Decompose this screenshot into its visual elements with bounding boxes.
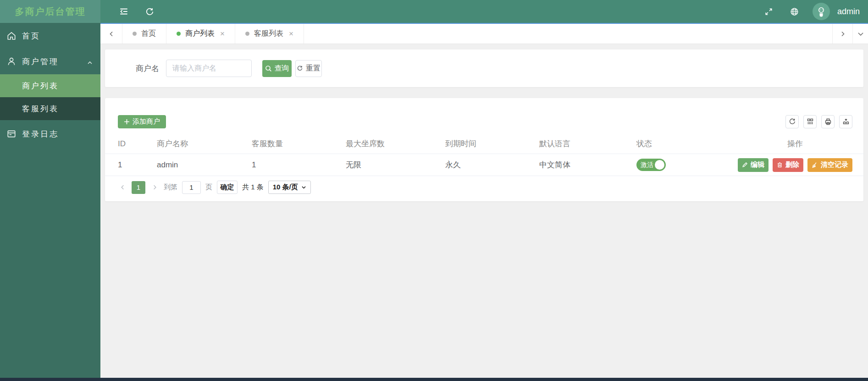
content: 商户名 查询 重置: [100, 44, 868, 381]
username[interactable]: admin: [837, 7, 860, 17]
cell-language: 中文简体: [539, 160, 636, 170]
tab-dot: [245, 32, 249, 36]
print-button[interactable]: [821, 115, 835, 128]
delete-button[interactable]: 删除: [773, 158, 803, 172]
search-panel: 商户名 查询 重置: [105, 50, 863, 87]
cell-expire-time: 永久: [445, 160, 539, 170]
sidebar-item-label: 客服列表: [22, 104, 59, 114]
horizontal-scrollbar[interactable]: [0, 378, 868, 381]
tab-label: 客服列表: [254, 29, 283, 39]
sidebar-item-login-log[interactable]: 登录日志: [0, 120, 100, 148]
cell-max-seats: 无限: [346, 160, 445, 170]
reset-button[interactable]: 重置: [295, 60, 322, 77]
reset-refresh-icon: [297, 65, 303, 72]
tab-agent-list[interactable]: 客服列表 ×: [235, 24, 304, 44]
export-icon: [842, 118, 850, 125]
sidebar-item-merchant-management[interactable]: 商户管理: [0, 49, 100, 74]
refresh-icon: [789, 118, 796, 125]
refresh-page-button[interactable]: [142, 4, 157, 19]
language-button[interactable]: [787, 4, 802, 19]
table-row: 1 admin 1 无限 永久 中文简体 激活: [105, 154, 863, 176]
next-page-button[interactable]: [150, 181, 159, 194]
tab-label: 商户列表: [185, 29, 215, 39]
sidebar-item-label: 商户列表: [22, 81, 59, 91]
topbar: admin: [100, 0, 868, 24]
chevron-up-icon: [87, 60, 93, 66]
edit-button[interactable]: 编辑: [738, 158, 768, 172]
chevron-down-icon: [301, 185, 306, 190]
cell-merchant-name: admin: [157, 160, 252, 170]
total-count-label: 共 1 条: [242, 183, 264, 192]
goto-page-input[interactable]: [182, 181, 201, 194]
close-tab-icon[interactable]: ×: [220, 29, 225, 39]
fullscreen-button[interactable]: [761, 4, 777, 19]
app-root: 多商户后台管理 首页 商户管理: [0, 0, 868, 381]
column-settings-button[interactable]: [803, 115, 817, 128]
table-toolbar: 添加商户: [105, 115, 863, 128]
col-header-max-seats: 最大坐席数: [346, 138, 445, 149]
page-number-button[interactable]: 1: [132, 181, 145, 194]
trash-icon: [777, 162, 783, 168]
tab-dot: [177, 32, 181, 36]
sidebar-nav: 首页 商户管理 商户列表: [0, 23, 100, 148]
collapse-sidebar-icon: [119, 6, 129, 17]
goto-confirm-button[interactable]: 确定: [217, 181, 238, 194]
sidebar-item-label: 登录日志: [22, 129, 59, 139]
sidebar-item-agent-list[interactable]: 客服列表: [0, 97, 100, 120]
main-area: admin 首页 商户列表 × 客服列表 ×: [100, 0, 868, 381]
app-title: 多商户后台管理: [0, 0, 100, 23]
add-merchant-button[interactable]: 添加商户: [118, 115, 166, 128]
cell-agent-count: 1: [252, 160, 346, 170]
tabbar: 首页 商户列表 × 客服列表 ×: [100, 24, 868, 44]
tabs-scroll-right-button[interactable]: [832, 24, 852, 44]
table-header-row: ID 商户名称 客服数量 最大坐席数 到期时间 默认语言 状态 操作: [105, 134, 863, 154]
user-icon: [6, 56, 17, 66]
pagination: 1 到第 页 确定 共 1 条 10 条/页: [105, 181, 863, 194]
cell-actions: 编辑 删除: [738, 158, 863, 172]
columns-icon: [807, 118, 814, 125]
col-header-expire: 到期时间: [445, 138, 539, 149]
tab-label: 首页: [141, 29, 156, 39]
tabs-menu-button[interactable]: [852, 24, 868, 44]
cell-status: 激活: [636, 159, 738, 171]
col-header-actions: 操作: [738, 138, 863, 149]
search-icon: [265, 65, 272, 72]
col-header-name: 商户名称: [157, 138, 252, 149]
page-size-select[interactable]: 10 条/页: [268, 181, 311, 194]
col-header-id: ID: [118, 139, 157, 149]
plus-icon: [124, 119, 130, 125]
sidebar: 多商户后台管理 首页 商户管理: [0, 0, 100, 381]
fullscreen-icon: [764, 7, 774, 17]
status-toggle[interactable]: 激活: [636, 159, 666, 171]
sidebar-submenu-merchant: 商户列表 客服列表: [0, 74, 100, 120]
toggle-knob: [655, 160, 664, 170]
collapse-sidebar-button[interactable]: [116, 4, 132, 19]
globe-icon: [790, 7, 799, 17]
prev-page-button[interactable]: [118, 181, 127, 194]
col-header-language: 默认语言: [539, 138, 636, 149]
avatar[interactable]: [813, 3, 830, 20]
merchant-name-input[interactable]: [166, 60, 252, 77]
table-tools: [785, 115, 852, 128]
tab-dot: [133, 32, 137, 36]
search-field-label: 商户名: [136, 63, 159, 74]
tabs-scroll-left-button[interactable]: [100, 24, 122, 44]
col-header-agents: 客服数量: [252, 138, 346, 149]
sidebar-item-label: 首页: [22, 31, 40, 41]
home-icon: [6, 31, 17, 41]
export-button[interactable]: [839, 115, 852, 128]
goto-page-label: 到第: [164, 183, 177, 192]
sidebar-item-label: 商户管理: [22, 56, 59, 67]
close-tab-icon[interactable]: ×: [289, 29, 293, 39]
query-button[interactable]: 查询: [262, 60, 292, 77]
tab-merchant-list[interactable]: 商户列表 ×: [166, 24, 235, 44]
tab-home[interactable]: 首页: [122, 24, 166, 44]
merchant-table-panel: 添加商户: [105, 98, 863, 201]
broom-icon: [812, 162, 818, 168]
page-unit-label: 页: [205, 183, 212, 192]
sidebar-item-home[interactable]: 首页: [0, 23, 100, 49]
clear-records-button[interactable]: 清空记录: [807, 158, 852, 172]
table-refresh-button[interactable]: [785, 115, 799, 128]
printer-icon: [824, 118, 832, 125]
sidebar-item-merchant-list[interactable]: 商户列表: [0, 74, 100, 97]
